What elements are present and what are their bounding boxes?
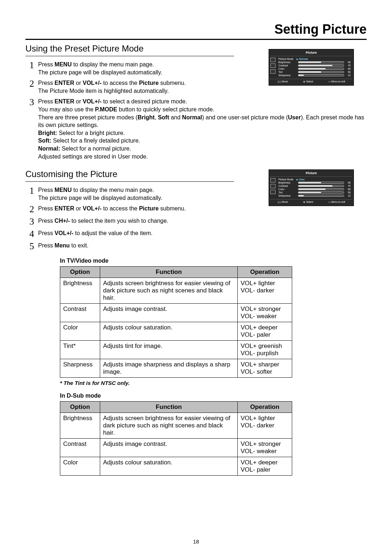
table-cell: Brightness bbox=[60, 278, 100, 304]
osd-value: 75 bbox=[346, 64, 351, 67]
table-row: ContrastAdjusts image contrast.VOL+ stro… bbox=[60, 304, 292, 322]
osd-menu-user: PicturePicture ModeUserBrightness50Contr… bbox=[269, 169, 354, 206]
osd-row: Sharpness12 bbox=[278, 74, 351, 77]
osd-label: Picture Mode bbox=[278, 178, 297, 181]
osd-row: Sharpness12 bbox=[278, 194, 351, 197]
osd-value: 50 bbox=[346, 71, 351, 73]
osd-label: Brightness bbox=[278, 181, 297, 184]
table-cell: VOL+ lighter VOL- darker bbox=[238, 413, 292, 439]
osd-hint-select: Select bbox=[303, 80, 313, 83]
step-number: 1 bbox=[25, 61, 38, 70]
section1-heading: Using the Preset Picture Mode bbox=[25, 44, 234, 56]
table-cell: Brightness bbox=[60, 413, 100, 439]
osd-value: 12 bbox=[346, 194, 351, 197]
step-body: Press ENTER or VOL+/- to access the Pict… bbox=[38, 79, 240, 95]
osd-tab-icons bbox=[270, 177, 276, 199]
osd-title: Picture bbox=[270, 50, 353, 56]
osd-mode-value: User bbox=[297, 178, 305, 181]
table-cell: VOL+ deeper VOL- paler bbox=[238, 322, 292, 341]
table1: OptionFunctionOperationBrightnessAdjusts… bbox=[60, 266, 292, 378]
osd-label: Color bbox=[278, 188, 297, 190]
osd-slider bbox=[298, 195, 344, 197]
step-number: 2 bbox=[25, 205, 38, 214]
table-row: ColorAdjusts colour saturation.VOL+ deep… bbox=[60, 457, 292, 476]
osd-slider bbox=[298, 185, 344, 187]
table-cell: VOL+ stronger VOL- weaker bbox=[238, 304, 292, 322]
osd-label: Brightness bbox=[278, 61, 297, 63]
table-cell: Adjusts screen brightness for easier vie… bbox=[100, 278, 238, 304]
table-cell: Contrast bbox=[60, 304, 100, 322]
step-number: 1 bbox=[25, 186, 38, 196]
osd-hint-move: Move bbox=[277, 201, 288, 204]
osd-footer: MoveSelectMenu to exit bbox=[270, 199, 353, 205]
osd-slider bbox=[298, 61, 344, 63]
table-row: SharpnessAdjusts image sharpness and dis… bbox=[60, 359, 292, 378]
osd-tab-icon bbox=[270, 63, 275, 68]
table-header: Option bbox=[60, 267, 100, 278]
osd-hint-move: Move bbox=[277, 80, 288, 83]
osd-slider bbox=[298, 65, 344, 66]
step-body: Press MENU to display the menu main page… bbox=[38, 186, 240, 202]
osd-tab-icon bbox=[270, 184, 275, 188]
table-cell: Adjusts colour saturation. bbox=[100, 457, 238, 476]
step-body: Press ENTER or VOL+/- to access the Pict… bbox=[38, 205, 240, 213]
osd-slider bbox=[298, 188, 344, 190]
osd-hint-select: Select bbox=[303, 201, 313, 204]
step-row: 2Press ENTER or VOL+/- to access the Pic… bbox=[25, 205, 367, 214]
table-cell: VOL+ stronger VOL- weaker bbox=[238, 439, 292, 457]
table-cell: Adjusts image contrast. bbox=[100, 304, 238, 322]
table-cell: VOL+ sharper VOL- softer bbox=[238, 359, 292, 378]
osd-footer: MoveSelectMenu to exit bbox=[270, 79, 353, 85]
step-number: 4 bbox=[25, 229, 38, 239]
table-cell: VOL+ greenish VOL- purplish bbox=[238, 341, 292, 359]
table2-caption: In D-Sub mode bbox=[60, 393, 367, 399]
step-number: 2 bbox=[25, 79, 38, 89]
osd-label: Color bbox=[278, 67, 297, 70]
osd-label: Sharpness bbox=[278, 194, 297, 197]
table-row: ContrastAdjusts image contrast.VOL+ stro… bbox=[60, 439, 292, 457]
osd-row: Brightness50 bbox=[278, 181, 351, 184]
table-cell: Sharpness bbox=[60, 359, 100, 378]
step-body: Press Menu to exit. bbox=[38, 242, 240, 250]
table1-caption: In TV/Video mode bbox=[60, 258, 367, 264]
osd-row: Contrast75 bbox=[278, 185, 351, 187]
table-cell: Adjusts image contrast. bbox=[100, 439, 238, 457]
osd-tab-icon bbox=[270, 69, 275, 74]
step-number: 3 bbox=[25, 217, 38, 226]
table-cell: VOL+ lighter VOL- darker bbox=[238, 278, 292, 304]
osd-value: 75 bbox=[346, 185, 351, 187]
osd-value: 60 bbox=[346, 67, 351, 70]
table-cell: Adjusts colour saturation. bbox=[100, 322, 238, 341]
osd-value: 50 bbox=[346, 191, 351, 194]
table-cell: Adjusts tint for image. bbox=[100, 341, 238, 359]
table-header: Operation bbox=[238, 267, 292, 278]
osd-slider bbox=[298, 71, 344, 73]
osd-row: Contrast75 bbox=[278, 64, 351, 67]
osd-slider bbox=[298, 74, 344, 76]
table-header: Function bbox=[100, 402, 238, 413]
osd-row-picture-mode: Picture ModeNormal bbox=[278, 58, 351, 60]
step-body: Press MENU to display the menu main page… bbox=[38, 61, 240, 76]
table-row: BrightnessAdjusts screen brightness for … bbox=[60, 413, 292, 439]
page-title: Setting Picture bbox=[25, 22, 367, 40]
table-cell: VOL+ deeper VOL- paler bbox=[238, 457, 292, 476]
osd-menu-normal: PicturePicture ModeNormalBrightness50Con… bbox=[269, 49, 354, 86]
osd-value: 12 bbox=[346, 74, 351, 77]
table-header: Option bbox=[60, 402, 100, 413]
osd-hint-exit: Menu to exit bbox=[328, 201, 345, 204]
step-row: 4Press VOL+/- to adjust the value of the… bbox=[25, 229, 367, 239]
section2-heading: Customising the Picture bbox=[25, 169, 234, 182]
table-cell: Color bbox=[60, 457, 100, 476]
osd-row: Color60 bbox=[278, 188, 351, 190]
step-row: 5Press Menu to exit. bbox=[25, 242, 367, 251]
step-body: Press VOL+/- to adjust the value of the … bbox=[38, 229, 240, 237]
osd-slider bbox=[298, 182, 344, 184]
osd-title: Picture bbox=[270, 171, 353, 177]
osd-row: Tint50 bbox=[278, 71, 351, 73]
osd-label: Sharpness bbox=[278, 74, 297, 77]
osd-label: Tint bbox=[278, 191, 297, 194]
table1-note: * The Tint is for NTSC only. bbox=[60, 380, 367, 386]
osd-row-picture-mode: Picture ModeUser bbox=[278, 178, 351, 181]
table-cell: Adjusts image sharpness and displays a s… bbox=[100, 359, 238, 378]
osd-row: Tint50 bbox=[278, 191, 351, 194]
